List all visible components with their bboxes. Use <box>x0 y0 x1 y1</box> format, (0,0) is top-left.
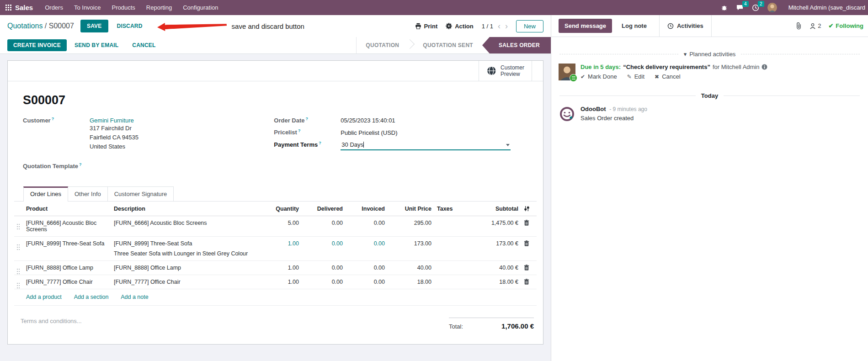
order-date-field[interactable]: 05/25/2023 15:40:01 <box>341 117 528 124</box>
add-a-product-link[interactable]: Add a product <box>26 294 62 300</box>
stage-sales-order[interactable]: SALES ORDER <box>482 37 551 53</box>
create-invoice-button[interactable]: CREATE INVOICE <box>7 39 67 51</box>
cell-taxes <box>434 275 461 289</box>
customer-address-line1: 317 Fairchild Dr <box>90 124 260 133</box>
cell-unit-price: 18.00 <box>388 275 434 289</box>
menu-products[interactable]: Products <box>106 0 140 15</box>
cell-description[interactable]: [FURN_8999] Three-Seat Sofa Three Seater… <box>111 236 263 260</box>
add-a-section-link[interactable]: Add a section <box>74 294 109 300</box>
activities-button[interactable]: Activities <box>659 15 712 37</box>
drag-handle-icon[interactable] <box>17 283 18 284</box>
chatter: Send message Log note Activities 2 ✔ Fol… <box>551 15 868 361</box>
message-author[interactable]: OdooBot <box>580 106 606 112</box>
planned-activities-toggle[interactable]: ▾ Planned activities <box>684 51 736 58</box>
delete-row-icon[interactable] <box>524 240 529 246</box>
terms-and-conditions-field[interactable]: Terms and conditions... <box>21 318 82 330</box>
discard-button[interactable]: DISCARD <box>112 20 148 32</box>
send-by-email-button[interactable]: SEND BY EMAIL <box>69 39 124 51</box>
col-unit-price[interactable]: Unit Price <box>388 202 434 216</box>
cancel-button[interactable]: CANCEL <box>126 39 161 51</box>
pager-next-icon[interactable]: › <box>505 22 508 30</box>
menu-orders[interactable]: Orders <box>39 0 69 15</box>
activities-clock-icon[interactable]: 2 <box>752 4 759 11</box>
payment-terms-field[interactable]: 30 Days <box>341 141 511 150</box>
drag-handle-icon[interactable] <box>17 244 18 245</box>
delete-row-icon[interactable] <box>524 220 529 226</box>
info-icon[interactable] <box>761 64 767 70</box>
menu-reporting[interactable]: Reporting <box>141 0 177 15</box>
menu-to-invoice[interactable]: To Invoice <box>69 0 107 15</box>
pricelist-label: Pricelist? <box>274 128 341 136</box>
cell-taxes <box>434 260 461 275</box>
total-value: 1,706.00 € <box>501 322 534 330</box>
table-row[interactable]: [FURN_8888] Office Lamp [FURN_8888] Offi… <box>14 260 537 275</box>
pager-previous-icon[interactable]: ‹ <box>498 22 501 30</box>
chatter-header: Send message Log note Activities 2 ✔ Fol… <box>551 15 868 37</box>
followers-count: 2 <box>818 22 821 29</box>
caret-down-icon: ▾ <box>684 51 687 58</box>
cell-taxes <box>434 216 461 236</box>
activity-avatar <box>559 64 575 80</box>
annotation-arrow <box>157 21 227 31</box>
stage-quotation[interactable]: QUOTATION <box>357 37 408 53</box>
tab-order-lines[interactable]: Order Lines <box>23 186 68 202</box>
col-product[interactable]: Product <box>23 202 111 216</box>
cancel-activity-button[interactable]: ✖Cancel <box>655 73 681 80</box>
delete-row-icon[interactable] <box>524 265 529 271</box>
messages-icon[interactable]: 4 <box>736 4 744 11</box>
followers-button[interactable]: 2 <box>809 22 821 29</box>
mark-done-button[interactable]: ✔Mark Done <box>580 73 617 80</box>
col-subtotal[interactable]: Subtotal <box>461 202 521 216</box>
form-background: Customer Preview S00007 Customer? Gemini… <box>0 54 551 361</box>
add-a-note-link[interactable]: Add a note <box>121 294 148 300</box>
attachments-button[interactable] <box>795 22 802 30</box>
pricelist-field[interactable]: Public Pricelist (USD) <box>341 129 528 136</box>
activities-badge: 2 <box>758 1 764 7</box>
new-button[interactable]: New <box>516 20 543 32</box>
pager-value: 1 / 1 <box>482 23 493 30</box>
print-button[interactable]: Print <box>415 23 438 30</box>
delete-row-icon[interactable] <box>524 279 529 285</box>
user-avatar[interactable] <box>767 3 777 12</box>
message-timestamp: - 9 minutes ago <box>609 106 647 112</box>
save-button[interactable]: SAVE <box>80 20 108 32</box>
table-row[interactable]: [FURN_7777] Office Chair [FURN_7777] Off… <box>14 275 537 289</box>
action-button[interactable]: Action <box>446 23 473 30</box>
check-icon: ✔ <box>580 74 585 80</box>
drag-handle-icon[interactable] <box>17 224 18 225</box>
optional-columns-icon[interactable] <box>521 202 537 216</box>
tab-customer-signature[interactable]: Customer Signature <box>108 186 174 201</box>
drag-handle-icon[interactable] <box>17 269 18 270</box>
messages-badge: 4 <box>742 1 749 7</box>
form-sheet: Customer Preview S00007 Customer? Gemini… <box>7 60 543 345</box>
cell-invoiced: 0.00 <box>346 260 388 275</box>
table-row[interactable]: [FURN_8999] Three-Seat Sofa [FURN_8999] … <box>14 236 537 260</box>
cell-delivered: 0.00 <box>302 260 346 275</box>
customer-link[interactable]: Gemini Furniture <box>90 117 134 124</box>
user-menu[interactable]: Mitchell Admin (save_discard <box>788 4 865 11</box>
table-row[interactable]: [FURN_6666] Acoustic Bloc Screens [FURN_… <box>14 216 537 236</box>
menu-configuration[interactable]: Configuration <box>177 0 224 15</box>
col-delivered[interactable]: Delivered <box>302 202 346 216</box>
col-description[interactable]: Description <box>111 202 263 216</box>
log-note-button[interactable]: Log note <box>616 19 653 33</box>
tab-other-info[interactable]: Other Info <box>68 186 108 201</box>
dropdown-caret-icon[interactable] <box>506 144 510 146</box>
breadcrumb-quotations[interactable]: Quotations <box>7 22 43 30</box>
apps-grid-icon[interactable] <box>5 5 11 11</box>
app-name[interactable]: Sales <box>15 4 33 11</box>
col-invoiced[interactable]: Invoiced <box>346 202 388 216</box>
col-quantity[interactable]: Quantity <box>263 202 302 216</box>
message-body: Sales Order created <box>580 115 647 122</box>
x-icon: ✖ <box>655 74 659 80</box>
edit-activity-button[interactable]: ✎Edit <box>627 73 644 80</box>
help-icon: ? <box>79 162 82 167</box>
bug-icon[interactable] <box>721 4 728 11</box>
stage-quotation-sent[interactable]: QUOTATION SENT <box>414 37 482 53</box>
following-button[interactable]: ✔ Following <box>828 22 863 29</box>
customer-preview-button[interactable]: Customer Preview <box>479 61 532 81</box>
help-icon: ? <box>306 117 309 121</box>
control-panel: Quotations / S00007 SAVE DISCARD save an… <box>0 15 551 37</box>
send-message-button[interactable]: Send message <box>559 19 612 33</box>
col-taxes[interactable]: Taxes <box>434 202 461 216</box>
